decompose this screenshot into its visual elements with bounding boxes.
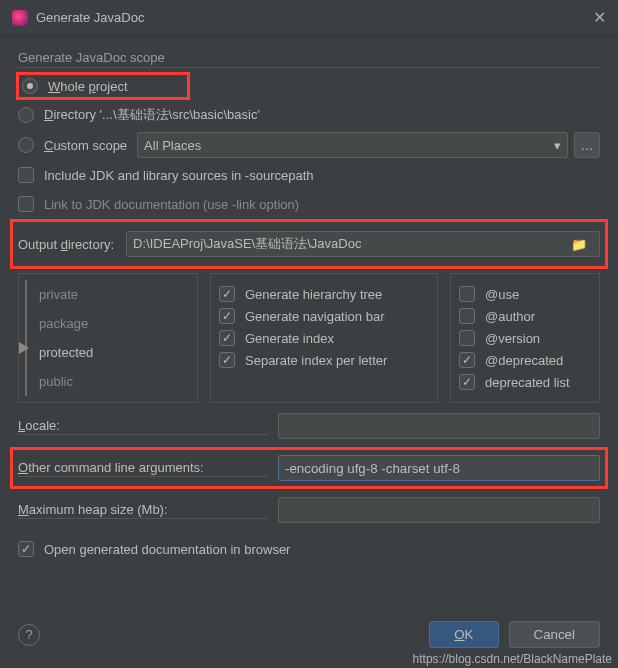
check-sep-index[interactable]: Separate index per letter [219, 352, 429, 368]
check-label: Include JDK and library sources in -sour… [44, 168, 314, 183]
locale-label: Locale: [18, 418, 268, 435]
radio-label: Directory '...\基础语法\src\basic\basic' [44, 106, 260, 124]
slider-track [25, 280, 27, 396]
ok-button[interactable]: OK [429, 621, 498, 648]
opt-label: deprecated list [485, 375, 570, 390]
checkbox-icon [459, 374, 475, 390]
visibility-slider[interactable]: private package protected public [18, 273, 198, 403]
radio-custom-scope[interactable]: Custom scope All Places ▾ … [18, 132, 600, 158]
locale-input[interactable] [278, 413, 600, 439]
cli-args-row: Other command line arguments: [12, 449, 606, 487]
cli-label: Other command line arguments: [18, 460, 268, 477]
dialog-title: Generate JavaDoc [36, 10, 593, 25]
heap-row: Maximum heap size (Mb): [18, 497, 600, 523]
radio-icon [22, 78, 38, 94]
opt-label: Generate index [245, 331, 334, 346]
opt-label: @use [485, 287, 519, 302]
checkbox-icon [459, 352, 475, 368]
custom-scope-value: All Places [144, 138, 201, 153]
custom-scope-select[interactable]: All Places ▾ [137, 132, 568, 158]
checkbox-icon [219, 352, 235, 368]
radio-icon [18, 137, 34, 153]
check-label: Open generated documentation in browser [44, 542, 290, 557]
opt-label: Generate hierarchy tree [245, 287, 382, 302]
checkbox-icon [459, 286, 475, 302]
slider-thumb[interactable] [19, 342, 29, 354]
browse-scope-button[interactable]: … [574, 132, 600, 158]
folder-icon[interactable]: 📁 [565, 237, 593, 252]
scope-section-label: Generate JavaDoc scope [18, 50, 600, 68]
vis-public: public [33, 367, 189, 396]
close-icon[interactable]: ✕ [593, 8, 606, 27]
titlebar: Generate JavaDoc ✕ [0, 0, 618, 36]
check-use[interactable]: @use [459, 286, 591, 302]
checkbox-icon [18, 541, 34, 557]
heap-input[interactable] [278, 497, 600, 523]
check-hierarchy[interactable]: Generate hierarchy tree [219, 286, 429, 302]
check-navbar[interactable]: Generate navigation bar [219, 308, 429, 324]
checkbox-icon [459, 308, 475, 324]
checkbox-icon [219, 308, 235, 324]
check-deprecated[interactable]: @deprecated [459, 352, 591, 368]
tag-options: @use @author @version @deprecated deprec… [450, 273, 600, 403]
checkbox-icon [18, 167, 34, 183]
radio-label: Whole project [48, 79, 128, 94]
checkbox-icon [219, 286, 235, 302]
checkbox-icon [219, 330, 235, 346]
check-index[interactable]: Generate index [219, 330, 429, 346]
help-icon[interactable]: ? [18, 624, 40, 646]
output-label: Output directory: [18, 237, 114, 252]
cancel-button[interactable]: Cancel [509, 621, 601, 648]
app-icon [12, 10, 28, 26]
radio-icon [18, 107, 34, 123]
chevron-down-icon: ▾ [554, 138, 561, 153]
vis-private: private [33, 280, 189, 309]
check-version[interactable]: @version [459, 330, 591, 346]
check-label: Link to JDK documentation (use -link opt… [44, 197, 299, 212]
heap-label: Maximum heap size (Mb): [18, 502, 268, 519]
options-columns: private package protected public Generat… [18, 273, 600, 403]
button-bar: ? OK Cancel [18, 621, 600, 648]
opt-label: Generate navigation bar [245, 309, 384, 324]
radio-whole-project[interactable]: Whole project [18, 74, 188, 98]
opt-label: @author [485, 309, 535, 324]
output-value: D:\IDEAProj\JavaSE\基础语法\JavaDoc [133, 235, 361, 253]
opt-label: @deprecated [485, 353, 563, 368]
check-deprecated-list[interactable]: deprecated list [459, 374, 591, 390]
check-open-browser[interactable]: Open generated documentation in browser [18, 537, 600, 561]
vis-package: package [33, 309, 189, 338]
radio-label: Custom scope [44, 138, 127, 153]
cli-args-input[interactable] [278, 455, 600, 481]
radio-directory[interactable]: Directory '...\基础语法\src\basic\basic' [18, 103, 600, 127]
checkbox-icon [18, 196, 34, 212]
opt-label: Separate index per letter [245, 353, 387, 368]
check-author[interactable]: @author [459, 308, 591, 324]
checkbox-icon [459, 330, 475, 346]
check-include-jdk[interactable]: Include JDK and library sources in -sour… [18, 163, 600, 187]
generate-options: Generate hierarchy tree Generate navigat… [210, 273, 438, 403]
watermark: https://blog.csdn.net/BlackNamePlate [413, 652, 612, 666]
output-directory-row: Output directory: D:\IDEAProj\JavaSE\基础语… [12, 221, 606, 267]
output-directory-input[interactable]: D:\IDEAProj\JavaSE\基础语法\JavaDoc 📁 [126, 231, 600, 257]
locale-row: Locale: [18, 413, 600, 439]
check-link-jdk[interactable]: Link to JDK documentation (use -link opt… [18, 192, 600, 216]
vis-protected: protected [33, 338, 189, 367]
opt-label: @version [485, 331, 540, 346]
